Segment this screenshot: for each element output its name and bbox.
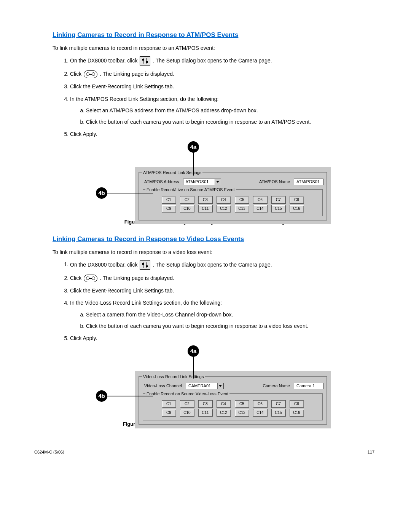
section2-step1: On the DX8000 toolbar, click . The Setup… (70, 260, 377, 270)
figure-83: 4a 4b Video-Loss Record Link Settings Vi… (78, 356, 352, 415)
dropdown-arrow-icon[interactable] (215, 179, 221, 185)
dropdown-arrow-icon[interactable] (217, 383, 223, 389)
callout-4b: 4b (96, 187, 107, 199)
camera-button[interactable]: C15 (271, 409, 286, 417)
camera-button[interactable]: C1 (162, 400, 176, 408)
enable-record-fieldset: Enable Record/Live on Source ATM/POS Eve… (143, 187, 323, 216)
camera-button[interactable]: C10 (180, 409, 194, 417)
section2-intro: To link multiple cameras to record in re… (53, 249, 377, 255)
atm-pos-address-label: ATM/POS Address (144, 179, 179, 184)
section1-title: Linking Cameras to Record in Response to… (53, 31, 377, 39)
camera-button[interactable]: C6 (253, 196, 268, 204)
section1-step3: Click the Event-Recording Link Settings … (70, 83, 377, 90)
camera-button[interactable]: C3 (198, 196, 213, 204)
camera-button[interactable]: C3 (198, 400, 213, 408)
video-loss-panel: Video-Loss Record Link Settings Video-Lo… (135, 371, 331, 428)
cam-row-1: C1 C2 C3 C4 C5 C6 C7 C8 (145, 400, 320, 408)
footer-right: 117 (368, 450, 374, 454)
camera-button[interactable]: C14 (253, 409, 268, 417)
section2-step2: Click . The Linking page is displayed. (70, 274, 377, 282)
callout-4a: 4a (188, 141, 199, 153)
section1-step2: Click . The Linking page is displayed. (70, 70, 377, 78)
camera-button[interactable]: C9 (162, 409, 176, 417)
camera-button[interactable]: C11 (198, 205, 213, 212)
section2-step4-text: In the Video-Loss Record Link Settings s… (70, 300, 222, 306)
callout-4a: 4a (188, 345, 199, 357)
camera-button[interactable]: C10 (180, 205, 194, 212)
enable-record-legend: Enable Record/Live on Source ATM/POS Eve… (145, 187, 236, 192)
camera-button[interactable]: C12 (217, 409, 231, 417)
camera-button[interactable]: C8 (290, 400, 304, 408)
camera-button[interactable]: C2 (180, 400, 194, 408)
camera-name-label: Camera Name (263, 383, 290, 388)
camera-button[interactable]: C16 (290, 409, 304, 417)
section2-step4: In the Video-Loss Record Link Settings s… (70, 299, 377, 330)
video-loss-channel-dropdown[interactable]: CAMERA01 (186, 383, 224, 389)
callout-4a-line (193, 153, 194, 176)
section2-title: Linking Cameras to Record in Response to… (53, 235, 377, 243)
section1-steps: On the DX8000 toolbar, click . The Setup… (53, 56, 377, 138)
section1-step2b: . The Linking page is displayed. (100, 71, 174, 77)
video-loss-channel-label: Video-Loss Channel (144, 383, 182, 388)
camera-button[interactable]: C13 (235, 409, 249, 417)
camera-button[interactable]: C2 (180, 196, 194, 204)
section1-step1: On the DX8000 toolbar, click . The Setup… (70, 56, 377, 66)
camera-button[interactable]: C4 (217, 196, 231, 204)
atm-pos-address-dropdown[interactable]: ATM/POS01 (183, 179, 221, 185)
camera-button[interactable]: C16 (290, 205, 304, 212)
camera-button[interactable]: C14 (253, 205, 268, 212)
section1-step4: In the ATM/POS Record Link Settings sect… (70, 95, 377, 126)
atm-pos-name-field[interactable]: ATM/POS01 (294, 179, 323, 185)
camera-button[interactable]: C8 (290, 196, 304, 204)
section2-step4a: Select a camera from the Video-Loss Chan… (86, 311, 377, 318)
section2-step2b: . The Linking page is displayed. (100, 275, 174, 281)
callout-4b: 4b (96, 390, 107, 402)
atm-pos-name-label: ATM/POS Name (259, 179, 290, 184)
callout-4b-line (107, 193, 153, 193)
setup-icon (140, 260, 150, 270)
camera-button[interactable]: C12 (217, 205, 231, 212)
camera-button[interactable]: C7 (271, 196, 286, 204)
camera-button[interactable]: C11 (198, 409, 213, 417)
camera-button[interactable]: C1 (162, 196, 176, 204)
atm-pos-panel: ATM/POS Record Link Settings ATM/POS Add… (135, 167, 331, 224)
section2-step2a: Click (70, 275, 81, 281)
setup-icon (140, 56, 150, 66)
camera-button[interactable]: C13 (235, 205, 249, 212)
linking-icon (84, 275, 97, 282)
cam-row-2: C9 C10 C11 C12 C13 C14 C15 C16 (145, 205, 320, 212)
footer-left: C624M-C (5/06) (34, 450, 64, 454)
camera-button[interactable]: C5 (235, 400, 249, 408)
figure-82: 4a 4b ATM/POS Record Link Settings ATM/P… (78, 152, 352, 213)
atm-pos-address-value: ATM/POS01 (183, 179, 215, 185)
video-loss-fieldset-legend: Video-Loss Record Link Settings (142, 374, 205, 379)
section2-step1a: On the DX8000 toolbar, click (70, 261, 137, 267)
camera-button[interactable]: C5 (235, 196, 249, 204)
section1-step4b: Click the button of each camera you want… (86, 118, 377, 126)
camera-name-field[interactable]: Camera 1 (294, 383, 323, 389)
enable-record-vl-fieldset: Enable Record on Source Video-Loss Event… (143, 391, 323, 420)
camera-button[interactable]: C7 (271, 400, 286, 408)
camera-button[interactable]: C6 (253, 400, 268, 408)
section1-step2a: Click (70, 71, 81, 77)
section1-step4a: Select an ATM/POS address from the ATM/P… (86, 107, 377, 114)
camera-button[interactable]: C9 (162, 205, 176, 212)
section1-step1a: On the DX8000 toolbar, click (70, 58, 137, 64)
video-loss-channel-value: CAMERA01 (186, 383, 217, 389)
camera-button[interactable]: C4 (217, 400, 231, 408)
camera-button[interactable]: C15 (271, 205, 286, 212)
section1-step4-text: In the ATM/POS Record Link Settings sect… (70, 96, 218, 102)
section1-intro: To link multiple cameras to record in re… (53, 45, 377, 51)
section2-step1b: . The Setup dialog box opens to the Came… (153, 261, 272, 267)
callout-4a-line (193, 357, 194, 379)
section2-step4b: Click the button of each camera you want… (86, 322, 377, 330)
section1-step1b: . The Setup dialog box opens to the Came… (153, 58, 272, 64)
section1-step5: Click Apply. (70, 130, 377, 138)
enable-record-vl-legend: Enable Record on Source Video-Loss Event (145, 391, 229, 396)
section2-steps: On the DX8000 toolbar, click . The Setup… (53, 260, 377, 342)
atm-pos-fieldset: ATM/POS Record Link Settings ATM/POS Add… (139, 170, 327, 220)
linking-icon (84, 70, 97, 78)
page: Linking Cameras to Record in Response to… (0, 0, 411, 532)
section2-step3: Click the Event-Recording Link Settings … (70, 287, 377, 294)
cam-row-2: C9 C10 C11 C12 C13 C14 C15 C16 (145, 409, 320, 417)
